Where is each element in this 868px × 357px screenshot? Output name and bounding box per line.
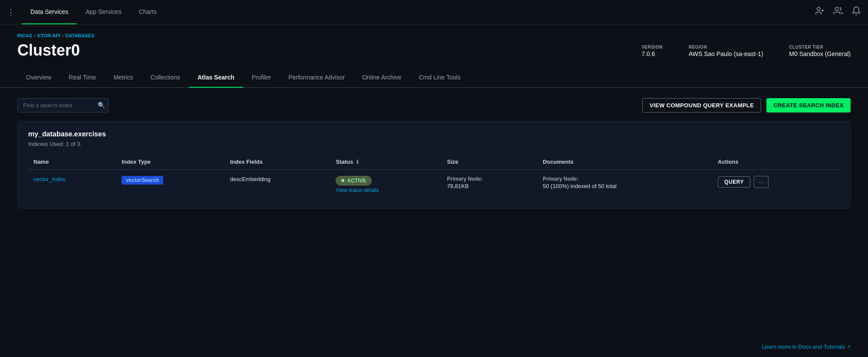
page-header: RICAS › KTOR-API › DATABASES Cluster0 VE… <box>0 24 868 63</box>
col-documents: Documents <box>538 154 713 170</box>
status-info-icon[interactable]: ℹ <box>356 159 359 165</box>
status-badge: ACTIVE <box>336 176 372 185</box>
breadcrumb: RICAS › KTOR-API › DATABASES <box>17 33 851 38</box>
breadcrumb-sep-1: › <box>34 33 36 38</box>
nav-tab-data-services[interactable]: Data Services <box>22 0 77 24</box>
query-button[interactable]: QUERY <box>718 176 750 188</box>
tab-metrics[interactable]: Metrics <box>105 68 142 88</box>
breadcrumb-databases[interactable]: DATABASES <box>66 33 95 38</box>
meta-tier-label: CLUSTER TIER <box>789 45 851 50</box>
size-primary-label: Primary Node: <box>447 176 532 182</box>
search-input-wrapper: 🔍 <box>17 98 109 112</box>
nav-tab-charts[interactable]: Charts <box>130 0 165 24</box>
top-nav-right <box>815 6 861 18</box>
tabs-bar: Overview Real Time Metrics Collections A… <box>0 68 868 88</box>
status-dot <box>341 179 344 182</box>
more-options-button[interactable]: ··· <box>754 176 769 188</box>
col-actions: Actions <box>713 154 840 170</box>
footer-link-text: Learn more in Docs and Tutorials <box>762 344 845 350</box>
tab-overview[interactable]: Overview <box>17 68 60 88</box>
cell-index-type: vectorSearch <box>116 169 225 199</box>
status-label: ACTIVE <box>347 178 366 184</box>
external-link-icon: ↗ <box>847 344 851 350</box>
view-status-details-link[interactable]: View status details <box>336 187 436 193</box>
col-name: Name <box>28 154 116 170</box>
cluster-meta: VERSION 7.0.6 REGION AWS Sao Paulo (sa-e… <box>641 45 851 59</box>
index-card-title: my_database.exercises <box>28 130 840 138</box>
top-nav: ⋮ Data Services App Services Charts <box>0 0 868 24</box>
meta-region-value: AWS Sao Paulo (sa-east-1) <box>689 50 763 57</box>
docs-value: 50 (100%) indexed of 50 total <box>543 183 707 189</box>
col-index-fields: Index Fields <box>225 154 331 170</box>
meta-region-label: REGION <box>689 45 763 50</box>
meta-tier: CLUSTER TIER M0 Sandbox (General) <box>789 45 851 57</box>
footer: Learn more in Docs and Tutorials ↗ <box>0 337 868 357</box>
tab-online-archive[interactable]: Online Archive <box>353 68 410 88</box>
create-search-index-button[interactable]: CREATE SEARCH INDEX <box>766 98 851 112</box>
index-type-badge: vectorSearch <box>122 176 163 185</box>
search-icon: 🔍 <box>98 102 105 109</box>
bell-icon[interactable] <box>851 6 861 18</box>
cell-index-fields: descEmbedding <box>225 169 331 199</box>
tab-collections[interactable]: Collections <box>142 68 189 88</box>
nav-tabs: Data Services App Services Charts <box>22 0 165 24</box>
meta-version-value: 7.0.6 <box>641 50 663 57</box>
col-status: Status ℹ <box>330 154 442 170</box>
meta-tier-value: M0 Sandbox (General) <box>789 50 851 57</box>
docs-primary-label: Primary Node: <box>543 176 707 182</box>
index-card: my_database.exercises Indexes Used: 1 of… <box>17 121 851 208</box>
col-index-type: Index Type <box>116 154 225 170</box>
tab-performance-advisor[interactable]: Performance Advisor <box>280 68 353 88</box>
breadcrumb-ktor-api[interactable]: KTOR-API <box>37 33 60 38</box>
nav-tab-app-services[interactable]: App Services <box>77 0 130 24</box>
table-row: vector_index vectorSearch descEmbedding … <box>28 169 840 199</box>
cell-documents: Primary Node: 50 (100%) indexed of 50 to… <box>538 169 713 199</box>
size-value: 78,81KB <box>447 183 532 189</box>
indexes-used: Indexes Used: 1 of 3. <box>28 141 840 147</box>
breadcrumb-sep-2: › <box>62 33 64 38</box>
cell-name: vector_index <box>28 169 116 199</box>
index-table: Name Index Type Index Fields Status ℹ Si… <box>28 154 840 199</box>
search-bar-row: 🔍 VIEW COMPOUND QUERY EXAMPLE CREATE SEA… <box>17 98 851 112</box>
main-content: 🔍 VIEW COMPOUND QUERY EXAMPLE CREATE SEA… <box>0 88 868 348</box>
docs-tutorials-link[interactable]: Learn more in Docs and Tutorials ↗ <box>762 344 851 350</box>
actions-cell: QUERY ··· <box>718 176 835 188</box>
meta-region: REGION AWS Sao Paulo (sa-east-1) <box>689 45 763 57</box>
meta-version-label: VERSION <box>641 45 663 50</box>
user-plus-icon[interactable] <box>815 6 825 18</box>
tab-atlas-search[interactable]: Atlas Search <box>189 68 243 88</box>
tab-real-time[interactable]: Real Time <box>60 68 105 88</box>
people-icon[interactable] <box>833 6 843 18</box>
col-size: Size <box>442 154 538 170</box>
search-input[interactable] <box>17 98 109 112</box>
index-name-link[interactable]: vector_index <box>33 176 66 182</box>
svg-point-0 <box>817 7 820 10</box>
index-table-header: Name Index Type Index Fields Status ℹ Si… <box>28 154 840 170</box>
menu-icon[interactable]: ⋮ <box>7 7 15 17</box>
cell-actions: QUERY ··· <box>713 169 840 199</box>
tab-profiler[interactable]: Profiler <box>243 68 280 88</box>
breadcrumb-ricas[interactable]: RICAS <box>17 33 32 38</box>
meta-version: VERSION 7.0.6 <box>641 45 663 57</box>
action-buttons: VIEW COMPOUND QUERY EXAMPLE CREATE SEARC… <box>642 98 851 112</box>
cell-size: Primary Node: 78,81KB <box>442 169 538 199</box>
svg-point-3 <box>835 7 838 10</box>
cell-status: ACTIVE View status details <box>330 169 442 199</box>
tab-cmd-line-tools[interactable]: Cmd Line Tools <box>410 68 469 88</box>
cluster-title: Cluster0 <box>17 42 80 59</box>
view-compound-query-button[interactable]: VIEW COMPOUND QUERY EXAMPLE <box>642 98 761 112</box>
